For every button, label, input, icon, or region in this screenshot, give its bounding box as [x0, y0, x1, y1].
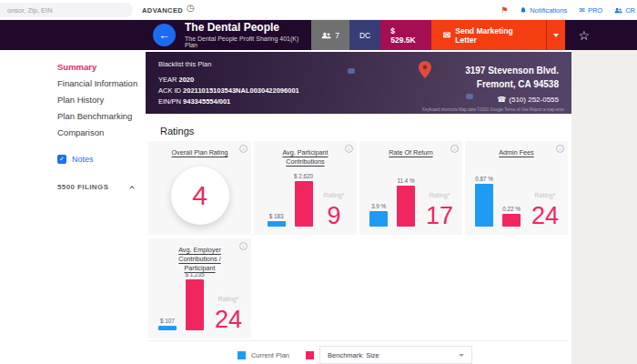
- flag-icon[interactable]: ⚑: [500, 5, 508, 15]
- rate-of-return-link[interactable]: Rate Of Return: [359, 148, 462, 157]
- people-icon: [321, 32, 331, 39]
- top-bar: ADVANCED ◷ ⚑ Notifications ✉ PRO CR: [0, 0, 637, 20]
- chart-legend: Current Plan Benchmark: Size: [146, 346, 564, 364]
- participants-badge: 7: [311, 20, 349, 50]
- benchmark-bar: [295, 181, 313, 227]
- rating-label: Rating*: [218, 296, 239, 302]
- people-icon: [614, 7, 622, 14]
- phone-row: ☎ (510) 252-0555: [465, 96, 559, 104]
- envelope-icon: ✉: [579, 6, 585, 15]
- benchmark-bar: [397, 186, 415, 227]
- plan-ein-row: EIN/PN 943345554/001: [158, 96, 299, 107]
- send-letter-label: Send Marketing Letter: [455, 26, 534, 45]
- benchmark-bar-col: 11.4 %: [396, 177, 416, 227]
- current-plan-bar: [369, 211, 388, 227]
- overall-plan-rating-card: Overall Plan Rating 4: [148, 141, 251, 235]
- current-plan-value: 3.9 %: [371, 203, 386, 209]
- benchmark-bar: [186, 279, 204, 330]
- back-button[interactable]: ←: [153, 24, 176, 46]
- filings-section-toggle[interactable]: 5500 FILINGS: [57, 183, 134, 191]
- crm-link[interactable]: CR: [614, 6, 635, 15]
- info-icon[interactable]: [450, 145, 459, 153]
- info-icon[interactable]: [239, 242, 248, 250]
- plan-header-bar: ← The Dental People The Dental People Pr…: [0, 20, 637, 50]
- current-plan-value: 0.87 %: [475, 176, 493, 182]
- current-plan-value: $ 107: [160, 318, 175, 324]
- current-plan-bar: [158, 326, 177, 330]
- benchmark-select[interactable]: Benchmark: Size: [319, 346, 472, 364]
- assets-badge: $ 529.5K: [380, 20, 431, 50]
- rate-of-return-chart: 3.9 % 11.4 % Rating* 17: [359, 177, 462, 227]
- benchmark-bar-col: $ 1,235: [185, 271, 205, 330]
- pro-link[interactable]: ✉ PRO: [579, 6, 602, 15]
- send-letter-dropdown[interactable]: [546, 20, 565, 50]
- notes-checkbox-icon: ✓: [57, 155, 66, 164]
- crm-label: CR: [625, 6, 635, 15]
- notifications-label: Notifications: [530, 6, 567, 15]
- legend-current-plan: Current Plan: [238, 351, 289, 359]
- sidebar-item-comparison[interactable]: Comparison: [57, 127, 146, 137]
- sponsor-address: 3197 Stevenson Blvd. Fremont, CA 94538 ☎…: [465, 64, 559, 104]
- search-history-icon[interactable]: ◷: [187, 3, 195, 13]
- address-line2: Fremont, CA 94538: [465, 77, 559, 91]
- notes-label: Notes: [72, 155, 94, 164]
- plan-filing-info: YEAR 2020 ACK ID 20211015103543NAL003042…: [158, 75, 299, 107]
- overall-plan-rating-link[interactable]: Overall Plan Rating: [148, 148, 251, 157]
- search-input[interactable]: [0, 3, 133, 17]
- rating-value: 24: [215, 310, 242, 330]
- info-icon[interactable]: [239, 145, 248, 153]
- notifications-link[interactable]: Notifications: [520, 6, 567, 15]
- overall-rating-circle: 4: [171, 167, 229, 225]
- rating-block: Rating* 17: [426, 192, 453, 227]
- sidebar-item-plan-history[interactable]: Plan History: [57, 95, 146, 105]
- phone-icon: ☎: [497, 96, 506, 104]
- benchmark-value: $ 1,235: [185, 271, 204, 278]
- plan-ein-value: 943345554/001: [183, 97, 230, 106]
- plan-badges: 7 DC $ 529.5K ✉ Send Marketing Letter: [311, 20, 565, 50]
- employer-contributions-chart: $ 107 $ 1,235 Rating* 24: [148, 271, 251, 330]
- chevron-down-icon: [459, 354, 464, 357]
- chevron-down-icon: [553, 34, 559, 37]
- benchmark-value: 11.4 %: [397, 177, 414, 184]
- sidebar-item-plan-benchmarking[interactable]: Plan Benchmarking: [57, 111, 146, 121]
- plan-map-panel: Blacklist this Plan YEAR 2020 ACK ID 202…: [146, 52, 571, 114]
- plan-ack-row: ACK ID 20211015103543NAL0030422096001: [158, 86, 299, 96]
- filings-label: 5500 FILINGS: [57, 183, 108, 191]
- advanced-search-button[interactable]: ADVANCED: [142, 6, 183, 15]
- overall-rating-value: 4: [192, 180, 207, 211]
- participant-contributions-link[interactable]: Avg. Participant Contributions: [254, 148, 357, 167]
- ratings-section-title: Ratings: [160, 126, 194, 136]
- benchmark-select-value: Benchmark: Size: [328, 351, 379, 359]
- plan-titles: The Dental People The Dental People Prof…: [185, 22, 311, 49]
- admin-fees-chart: 0.87 % 0.22 % Rating* 24: [465, 176, 568, 227]
- right-gutter: [571, 50, 637, 364]
- rating-value: 24: [531, 207, 559, 227]
- sidebar-item-notes[interactable]: ✓ Notes: [57, 155, 146, 164]
- rating-label: Rating*: [430, 192, 450, 198]
- participants-count: 7: [335, 31, 339, 40]
- rate-of-return-card: Rate Of Return 3.9 % 11.4 % Rating* 17: [359, 141, 462, 235]
- rating-block: Rating* 24: [215, 296, 242, 330]
- info-icon[interactable]: [556, 145, 564, 153]
- blacklist-plan-link[interactable]: Blacklist this Plan: [158, 60, 211, 68]
- sidebar-item-financial-information[interactable]: Financial Information: [57, 78, 146, 88]
- employer-contributions-link[interactable]: Avg. Employer Contributions / Participan…: [148, 246, 251, 273]
- rating-label: Rating*: [324, 192, 345, 198]
- info-icon[interactable]: [345, 145, 353, 153]
- current-plan-bar-col: 0.87 %: [474, 176, 494, 227]
- benchmark-value: 0.22 %: [502, 206, 521, 212]
- rating-block: Rating* 9: [324, 192, 345, 227]
- send-marketing-letter-button[interactable]: ✉ Send Marketing Letter: [431, 20, 546, 50]
- benchmark-swatch: [306, 351, 314, 359]
- chevron-up-icon: [129, 186, 135, 191]
- admin-fees-link[interactable]: Admin Fees: [465, 148, 568, 157]
- sidebar-item-summary[interactable]: Summary: [57, 62, 146, 72]
- participant-contributions-chart: $ 183 $ 2,620 Rating* 9: [254, 173, 357, 227]
- benchmark-bar-col: 0.22 %: [501, 206, 521, 227]
- favorite-star-icon[interactable]: ☆: [578, 29, 590, 42]
- current-plan-bar: [475, 184, 493, 227]
- map-road-shield: [466, 94, 473, 99]
- plan-year-row: YEAR 2020: [158, 75, 299, 86]
- current-plan-label: Current Plan: [251, 351, 289, 359]
- sidebar: Summary Financial Information Plan Histo…: [0, 50, 146, 364]
